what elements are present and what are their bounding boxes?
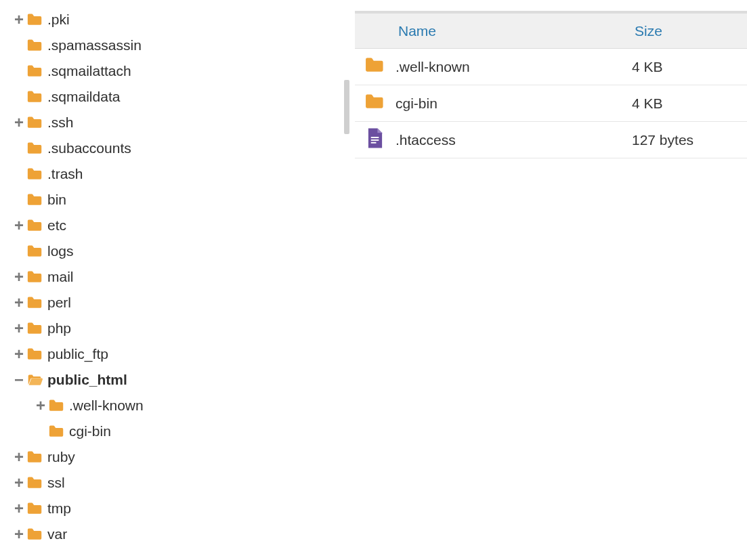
tree-item[interactable]: +var [0,521,339,547]
tree-item[interactable]: +public_ftp [0,341,339,367]
tree-item[interactable]: +.well-known [0,393,339,418]
folder-icon [27,193,43,207]
tree-item-label: public_ftp [47,346,108,362]
tree-expand-toggle[interactable]: + [12,217,26,234]
tree-item[interactable]: −public_html [0,367,339,393]
folder-icon [27,270,43,284]
tree-item-label: .spamassassin [47,37,142,53]
tree-item-label: .pki [47,12,70,28]
folder-icon [27,244,43,258]
tree-item-label: bin [47,192,66,208]
tree-item[interactable]: +php [0,316,339,341]
folder-icon [27,450,43,464]
pane-splitter[interactable] [339,0,355,560]
tree-item-label: etc [47,217,66,234]
column-header-size[interactable]: Size [632,23,662,39]
tree-item[interactable]: +ruby [0,444,339,470]
file-row[interactable]: cgi-bin4 KB [355,85,747,122]
file-row[interactable]: .htaccess127 bytes [355,122,747,158]
tree-expand-toggle[interactable]: + [12,295,26,311]
tree-item[interactable]: +perl [0,290,339,316]
document-file-icon [366,128,384,152]
tree-item-label: .sqmaildata [47,89,120,105]
tree-item[interactable]: .subaccounts [0,135,339,161]
tree-item-label: ruby [47,449,75,465]
file-name: .well-known [396,59,632,75]
tree-expand-toggle[interactable]: + [12,500,26,517]
tree-item-label: tmp [47,500,71,517]
tree-item-label: var [47,526,67,542]
tree-item-label: .well-known [69,397,144,414]
tree-item[interactable]: cgi-bin [0,418,339,444]
tree-item[interactable]: +.pki [0,7,339,33]
file-list-header: Name Size [355,12,747,49]
folder-icon [27,219,43,232]
tree-item-label: mail [47,269,74,285]
tree-expand-toggle[interactable]: + [12,114,26,131]
folder-icon [27,502,43,515]
folder-icon [27,13,43,26]
tree-item-label: php [47,320,71,337]
file-name: cgi-bin [396,95,632,112]
tree-item-label: cgi-bin [69,423,111,439]
folder-icon [365,93,385,114]
tree-item-label: .trash [47,166,83,182]
tree-expand-toggle[interactable]: + [12,320,26,337]
tree-item-label: .ssh [47,114,74,131]
folder-icon [27,476,43,490]
folder-icon [27,116,43,129]
tree-item[interactable]: bin [0,187,339,213]
folder-icon [27,142,43,155]
folder-icon [27,347,43,361]
tree-expand-toggle[interactable]: + [12,269,26,285]
tree-item[interactable]: +.ssh [0,110,339,135]
tree-item[interactable]: +tmp [0,496,339,521]
tree-item[interactable]: .trash [0,161,339,187]
tree-item[interactable]: .sqmailattach [0,58,339,84]
column-header-name[interactable]: Name [396,23,436,39]
file-list-panel: Name Size .well-known4 KBcgi-bin4 KB.hta… [355,0,747,560]
folder-icon [27,64,43,78]
tree-expand-toggle[interactable]: + [34,397,47,414]
tree-item-label: .subaccounts [47,140,131,156]
tree-expand-toggle[interactable]: + [12,526,26,542]
tree-collapse-toggle[interactable]: − [12,372,26,388]
folder-icon [27,167,43,181]
file-name: .htaccess [396,132,632,148]
tree-item[interactable]: .spamassassin [0,33,339,58]
tree-expand-toggle[interactable]: + [12,449,26,465]
file-size: 4 KB [632,95,747,112]
tree-item[interactable]: +ssl [0,470,339,496]
tree-item[interactable]: logs [0,238,339,264]
tree-item[interactable]: +mail [0,264,339,290]
file-row[interactable]: .well-known4 KB [355,49,747,85]
tree-item-label: logs [47,243,74,259]
folder-icon [27,527,43,541]
splitter-handle-icon [344,80,349,134]
folder-icon [27,296,43,309]
tree-item[interactable]: +etc [0,213,339,238]
folder-icon [27,322,43,335]
tree-expand-toggle[interactable]: + [12,12,26,28]
file-size: 127 bytes [632,132,747,148]
folder-icon [27,90,43,104]
tree-expand-toggle[interactable]: + [12,475,26,491]
file-size: 4 KB [632,59,747,75]
folder-icon [49,399,65,412]
folder-icon [49,425,65,438]
tree-item-label: perl [47,295,71,311]
tree-item-label: public_html [47,372,127,388]
folder-tree-sidebar: +.pki.spamassassin.sqmailattach.sqmailda… [0,0,339,560]
tree-item-label: ssl [47,475,65,491]
tree-item[interactable]: .sqmaildata [0,84,339,110]
folder-icon [365,56,385,77]
tree-item-label: .sqmailattach [47,63,131,79]
folder-open-icon [27,373,43,387]
tree-expand-toggle[interactable]: + [12,346,26,362]
folder-icon [27,39,43,52]
